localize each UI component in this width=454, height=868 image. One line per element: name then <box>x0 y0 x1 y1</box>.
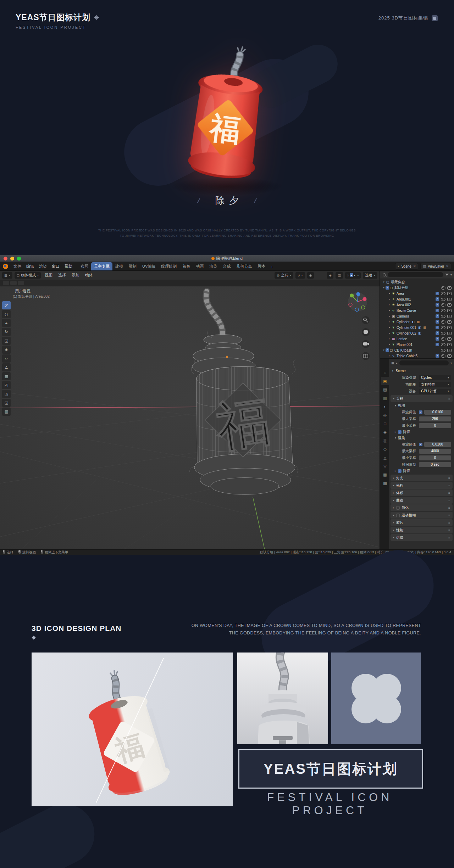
hide-eye-icon[interactable] <box>441 354 445 358</box>
tool-bevel[interactable]: ◲ <box>2 399 11 407</box>
tool-cursor[interactable]: ◎ <box>2 310 11 318</box>
wireframe-model[interactable]: 福 <box>190 291 298 494</box>
tab-object[interactable]: □ <box>381 419 389 428</box>
unlink-icon[interactable]: ✕ <box>446 264 449 268</box>
render-camera-icon[interactable] <box>447 315 452 318</box>
axis-gizmo[interactable] <box>348 292 367 311</box>
select-checkbox[interactable]: ✓ <box>436 343 439 346</box>
viewport-min-samples-field[interactable]: 0 <box>419 423 451 428</box>
tab-material[interactable]: ▦ <box>381 470 389 479</box>
tool-annotate[interactable]: ▱ <box>2 354 11 363</box>
noise-threshold-checkbox[interactable]: ✓ <box>419 410 422 414</box>
filter-icon[interactable] <box>445 274 449 276</box>
select-checkbox[interactable]: ✓ <box>436 303 439 307</box>
blender-logo-icon[interactable] <box>3 264 8 269</box>
menu-window[interactable]: 窗口 <box>49 264 62 269</box>
viewport-noise-threshold-field[interactable]: 0.0100 <box>424 410 451 415</box>
render-camera-icon[interactable] <box>447 326 452 329</box>
search-icon[interactable] <box>383 273 386 276</box>
tab-object-data[interactable]: ▽ <box>381 462 389 470</box>
outliner-row-light[interactable]: ▸☀ Area ✓ <box>380 291 454 296</box>
render-camera-icon[interactable] <box>447 320 452 324</box>
outliner-row-lattice[interactable]: ▸▦ Lattice ✓ <box>380 336 454 342</box>
select-checkbox[interactable]: ✓ <box>436 314 439 318</box>
tool-scale[interactable]: ◱ <box>2 337 11 345</box>
select-checkbox[interactable]: ✓ <box>436 354 439 358</box>
tool-select-box[interactable]: ◸ <box>2 301 11 309</box>
render-min-samples-field[interactable]: 0 <box>419 455 451 460</box>
overlays-toggle[interactable]: ◫ <box>336 272 343 279</box>
select-checkbox[interactable]: ✓ <box>436 297 439 301</box>
shading-wireframe-icon[interactable]: ◌ <box>347 273 349 277</box>
workspace-animation[interactable]: 动画 <box>193 262 206 270</box>
outliner-row-collection[interactable]: ▾✓ ▢ 默认分组 <box>380 285 454 291</box>
denoise-checkbox[interactable]: ✓ <box>398 430 402 434</box>
shading-solid-icon[interactable]: ● <box>350 273 353 277</box>
shading-rendered-icon[interactable]: ○ <box>357 273 359 277</box>
select-checkbox[interactable]: ✓ <box>436 326 439 329</box>
render-camera-icon[interactable] <box>447 349 452 352</box>
motion-blur-checkbox[interactable]: ✓ <box>396 514 400 517</box>
select-checkbox[interactable]: ✓ <box>436 337 439 341</box>
hide-eye-icon[interactable] <box>441 309 445 312</box>
tool-loop-cut[interactable]: ▥ <box>2 408 11 416</box>
props-search-input[interactable] <box>399 360 449 365</box>
render-camera-icon[interactable] <box>447 292 452 295</box>
hide-eye-icon[interactable] <box>441 292 445 295</box>
menu-object[interactable]: 物体 <box>83 273 95 278</box>
options-dropdown[interactable]: 选项▾ <box>363 272 377 279</box>
workspace-texture-paint[interactable]: 纹理绘制 <box>158 262 179 270</box>
tab-world[interactable]: ◎ <box>381 411 389 419</box>
outliner-row-mesh[interactable]: ▸▼ Plane.001 ✓ <box>380 342 454 347</box>
hide-eye-icon[interactable] <box>441 298 445 301</box>
menu-file[interactable]: 文件 <box>11 264 24 269</box>
render-camera-icon[interactable] <box>447 354 452 358</box>
tab-constraints[interactable]: △ <box>381 453 389 462</box>
proportional-editing-toggle[interactable]: ◉ <box>307 272 314 279</box>
outliner-row-mesh[interactable]: ▸▼ Cylinder ◧▩ ✓ <box>380 319 454 325</box>
denoise-checkbox[interactable]: ✓ <box>398 469 402 473</box>
section-bake[interactable]: ▸烘焙≡ <box>391 534 453 541</box>
chevron-down-icon[interactable]: ▾ <box>450 273 452 276</box>
workspace-custom-active[interactable]: 天宇专属 <box>91 262 112 270</box>
outliner-row-curve[interactable]: ▸∿ BezierCurve ✓ <box>380 308 454 313</box>
hide-eye-icon[interactable] <box>441 337 445 341</box>
snap-toggle[interactable]: ∪▾ <box>295 272 305 279</box>
outliner-row-light[interactable]: ▸☀ Area.002 ✓ <box>380 302 454 308</box>
hide-eye-icon[interactable] <box>441 303 445 307</box>
menu-select[interactable]: 选择 <box>56 273 68 278</box>
hide-eye-icon[interactable] <box>441 343 445 346</box>
render-noise-threshold-field[interactable]: 0.0100 <box>424 442 451 447</box>
menu-view[interactable]: 视图 <box>43 273 54 278</box>
section-simplify[interactable]: ▸✓ 简化≡ <box>391 504 453 511</box>
collection-checkbox[interactable]: ✓ <box>386 348 389 352</box>
hide-eye-icon[interactable] <box>441 326 445 329</box>
device-dropdown[interactable]: GPU 计算▾ <box>419 389 451 394</box>
viewport-max-samples-field[interactable]: 256 <box>419 416 451 421</box>
tool-transform[interactable]: ◈ <box>2 346 11 354</box>
workspace-shading[interactable]: 着色 <box>179 262 193 270</box>
tool-setting-chip[interactable] <box>18 281 24 285</box>
outliner-row-light[interactable]: ▸☀ Area.001 ✓ <box>380 296 454 302</box>
tab-output[interactable]: ▤ <box>381 385 389 394</box>
hide-eye-icon[interactable] <box>441 320 445 324</box>
tool-setting-chip[interactable] <box>10 281 17 285</box>
outliner-row-object[interactable]: ▸∿ Triple Cable5 ✓ <box>380 353 454 358</box>
section-sampling[interactable]: ▾采样 ≡ <box>391 395 453 402</box>
simplify-checkbox[interactable]: ✓ <box>396 506 400 510</box>
workspace-layout[interactable]: 布局 <box>78 262 91 270</box>
hide-eye-icon[interactable] <box>441 315 445 318</box>
subsection-render[interactable]: ▾渲染 <box>389 435 454 441</box>
workspace-uv[interactable]: UV编辑 <box>139 262 158 270</box>
scene-selector[interactable]: ◐ Scene✕ <box>395 263 418 270</box>
chevron-down-icon[interactable]: ▾ <box>450 362 452 365</box>
subsection-render-denoise[interactable]: ▸✓ 降噪 <box>389 468 454 474</box>
section-volumes[interactable]: ▸体积≡ <box>391 489 453 496</box>
render-engine-dropdown[interactable]: Cycles▾ <box>419 375 451 380</box>
tool-add-cube[interactable]: ▦ <box>2 372 11 380</box>
workspace-modeling[interactable]: 建模 <box>112 262 126 270</box>
render-max-samples-field[interactable]: 4000 <box>419 449 451 454</box>
add-workspace-button[interactable]: + <box>268 263 275 270</box>
outliner-row-camera[interactable]: ▸▣ Camera ✓ <box>380 313 454 319</box>
tab-modifiers[interactable]: ◈ <box>381 428 389 436</box>
